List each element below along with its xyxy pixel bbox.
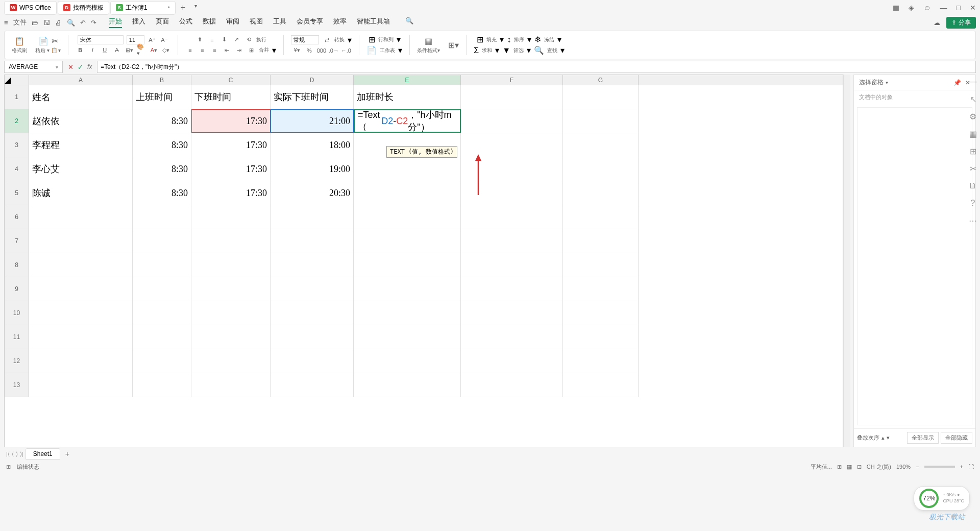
performance-widget[interactable]: 72% ↑ 0K/s ● CPU 28°C: [914, 486, 970, 511]
freeze-icon[interactable]: ❄: [534, 35, 541, 44]
cells-grid[interactable]: 姓名 上班时间 下班时间 实际下班时间 加班时长 赵依依 8:30 17:30 …: [29, 85, 639, 397]
bold-icon[interactable]: B: [76, 45, 85, 55]
vertical-scrollbar[interactable]: [843, 75, 850, 447]
col-header-g[interactable]: G: [563, 75, 639, 85]
cut-icon[interactable]: ✂: [52, 36, 58, 46]
col-header-a[interactable]: A: [29, 75, 133, 85]
settings-icon[interactable]: ⚙: [968, 111, 978, 122]
sheet-nav-last[interactable]: ⟩|: [20, 451, 23, 457]
formula-input[interactable]: =Text（D2-C2，"h小时m分"）: [97, 61, 976, 73]
fill-icon[interactable]: ⊞: [477, 35, 483, 44]
cell-g3[interactable]: [563, 133, 639, 157]
cell-a3[interactable]: 李程程: [29, 133, 133, 157]
zoom-in-button[interactable]: +: [960, 464, 963, 470]
cell-a1[interactable]: 姓名: [29, 85, 133, 109]
cond-format-button[interactable]: ▦ 条件格式▾: [414, 35, 443, 55]
template-icon[interactable]: ⊞: [968, 146, 978, 156]
cell-c1[interactable]: 下班时间: [191, 85, 271, 109]
rowcol-icon[interactable]: ⊞: [369, 35, 375, 44]
user-icon[interactable]: ☺: [923, 4, 930, 12]
thousand-icon[interactable]: 000: [317, 46, 326, 55]
col-header-c[interactable]: C: [191, 75, 271, 85]
align-center-icon[interactable]: ≡: [198, 45, 207, 55]
row-header-9[interactable]: 9: [5, 277, 29, 301]
row-header-8[interactable]: 8: [5, 253, 29, 277]
row-header-6[interactable]: 6: [5, 205, 29, 229]
tab-menu-dropdown[interactable]: ▾: [190, 1, 201, 15]
row-header-12[interactable]: 12: [5, 349, 29, 373]
tab-formula[interactable]: 公式: [179, 17, 192, 28]
tab-workbook[interactable]: S 工作簿1 •: [110, 1, 176, 15]
sum-icon[interactable]: Σ: [474, 46, 479, 55]
row-header-3[interactable]: 3: [5, 133, 29, 157]
highlight-icon[interactable]: ◇▾: [161, 45, 170, 55]
fill-color-icon[interactable]: 🎨▾: [137, 45, 146, 55]
save-icon[interactable]: 🖫: [43, 19, 50, 27]
view-page-icon[interactable]: ▦: [847, 464, 852, 470]
cloud-icon[interactable]: ☁: [934, 19, 940, 27]
fullscreen-icon[interactable]: ⛶: [968, 464, 974, 470]
app-grid-icon[interactable]: ▦: [893, 4, 899, 12]
order-down-button[interactable]: ▾: [887, 435, 890, 441]
tab-view[interactable]: 视图: [250, 17, 263, 28]
sheet-nav-first[interactable]: |⟨: [6, 451, 10, 457]
name-box[interactable]: AVERAGE ▾: [4, 61, 63, 73]
cell-b4[interactable]: 8:30: [133, 157, 191, 181]
formula-accept-button[interactable]: ✓: [78, 63, 83, 71]
cell-b5[interactable]: 8:30: [133, 181, 191, 205]
row-header-10[interactable]: 10: [5, 301, 29, 325]
cell-b1[interactable]: 上班时间: [133, 85, 191, 109]
cell-g4[interactable]: [563, 157, 639, 181]
cell-d3[interactable]: 18:00: [271, 133, 354, 157]
show-all-button[interactable]: 全部显示: [907, 432, 939, 444]
file-menu[interactable]: 文件: [13, 18, 27, 27]
help-icon[interactable]: ?: [968, 198, 978, 208]
redo-icon[interactable]: ↷: [91, 19, 96, 27]
indent-inc-icon[interactable]: ⇥: [234, 45, 243, 55]
cell-f1[interactable]: [461, 85, 563, 109]
tab-tools[interactable]: 工具: [273, 17, 286, 28]
cell-c4[interactable]: 17:30: [191, 157, 271, 181]
view-layout-icon[interactable]: ⊡: [857, 464, 862, 470]
cell-e5[interactable]: [354, 181, 461, 205]
select-all-corner[interactable]: ◢: [5, 75, 29, 85]
cell-e4[interactable]: [354, 157, 461, 181]
indent-dec-icon[interactable]: ⇤: [222, 45, 231, 55]
tab-start[interactable]: 开始: [109, 17, 122, 28]
grow-font-icon[interactable]: A⁺: [148, 35, 157, 44]
cell-d5[interactable]: 20:30: [271, 181, 354, 205]
fx-button[interactable]: fx: [87, 63, 92, 71]
tab-member[interactable]: 会员专享: [297, 17, 323, 28]
row-header-7[interactable]: 7: [5, 229, 29, 253]
tab-review[interactable]: 审阅: [226, 17, 239, 28]
sheet-nav-next[interactable]: ⟩: [16, 451, 18, 457]
tab-insert[interactable]: 插入: [132, 17, 145, 28]
share-button[interactable]: ⇪ 分享: [946, 17, 976, 29]
percent-icon[interactable]: %: [305, 46, 314, 55]
format-brush-group[interactable]: 📋 格式刷: [9, 35, 30, 55]
cell-a5[interactable]: 陈诚: [29, 181, 133, 205]
close-button[interactable]: ✕: [970, 4, 976, 12]
currency-icon[interactable]: ¥▾: [292, 46, 302, 55]
zoom-value[interactable]: 190%: [896, 464, 911, 470]
sheet-nav-prev[interactable]: ⟨: [12, 451, 14, 457]
cell-d4[interactable]: 19:00: [271, 157, 354, 181]
orient-icon[interactable]: ↗: [232, 35, 241, 44]
paste-group[interactable]: 📄✂ 粘贴 ▾ 📋 ▾: [32, 35, 64, 55]
convert-icon[interactable]: ⇄: [322, 35, 331, 44]
tab-data[interactable]: 数据: [203, 17, 216, 28]
order-up-button[interactable]: ▴: [881, 435, 885, 441]
italic-icon[interactable]: I: [88, 45, 97, 55]
preview-icon[interactable]: 🔍: [67, 19, 75, 27]
tab-smart[interactable]: 智能工具箱: [357, 17, 390, 28]
maximize-button[interactable]: □: [957, 4, 961, 12]
hide-all-button[interactable]: 全部隐藏: [941, 432, 972, 444]
zoom-out-button[interactable]: −: [916, 464, 919, 470]
cell-b3[interactable]: 8:30: [133, 133, 191, 157]
font-color-icon[interactable]: A▾: [149, 45, 158, 55]
cell-d2[interactable]: 21:00: [271, 109, 354, 133]
col-header-f[interactable]: F: [461, 75, 563, 85]
row-header-5[interactable]: 5: [5, 181, 29, 205]
open-icon[interactable]: 🗁: [32, 19, 38, 27]
row-header-13[interactable]: 13: [5, 373, 29, 397]
